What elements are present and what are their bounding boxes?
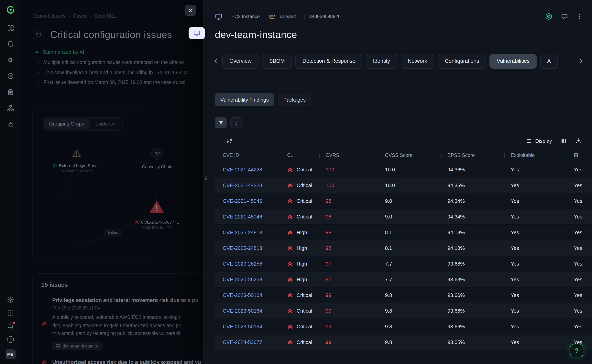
subtab-vulnerability-findings[interactable]: Vulnerability Findings [215,93,274,106]
filter-button[interactable] [215,117,227,128]
cve-link[interactable]: CVE-2020-26258 [215,261,281,267]
exploitable-value: Yes [505,339,568,345]
dashboard-icon[interactable] [7,24,14,31]
severity-icon [287,277,293,282]
cvss-value: 9.8 [379,308,441,314]
tab-a[interactable]: A [540,53,558,68]
clipboard-icon[interactable] [7,89,14,96]
eye-icon[interactable] [7,57,14,64]
exploitable-value: Yes [505,292,568,298]
column-header[interactable]: EPSS Score [441,153,505,158]
tab-network[interactable]: Network [401,53,434,68]
fixable-value: Yes [568,292,592,298]
tab-vulnerabilities[interactable]: Vulnerabilities [490,53,537,68]
ai-assistant-tab[interactable] [188,27,205,39]
more-options-button[interactable] [230,117,242,128]
cve-link[interactable]: CVE-2020-26258 [215,277,281,282]
cvrs-value: 97 [319,277,379,282]
aws-logo: aws [269,14,275,20]
table-row[interactable]: CVE-2021-44228Critical10010.094.36%YesYe… [215,162,592,177]
cve-link[interactable]: CVE-2023-50164 [215,324,281,330]
cvrs-value: 98 [319,229,379,235]
cve-link[interactable]: CVE-2021-45046 [215,214,281,220]
notification-badge [12,322,15,324]
table-row[interactable]: CVE-2020-26258High977.793.68%YesYes [215,256,592,271]
cve-link[interactable]: CVE-2025-24813 [215,245,281,251]
cve-link[interactable]: CVE-2025-24813 [215,229,281,235]
vulnerability-table: CVE IDC...CVRSCVSS ScoreEPSS ScoreExploi… [215,149,592,350]
column-header[interactable]: CVE ID [215,153,281,158]
tab-sbom[interactable]: SBOM [262,53,292,68]
drawer-close-button[interactable] [185,5,196,16]
radar-scan-icon[interactable] [545,13,553,20]
fixable-value: Yes [568,167,592,173]
region-label: us-west-1 [280,14,300,19]
table-row[interactable]: CVE-2021-45046Critical989.094.34%YesYes [215,209,592,224]
settings-gear-icon[interactable] [7,296,14,303]
column-divider [505,153,505,158]
drawer-tab-strip: OverviewSBOMDetection & ResponseIdentity… [222,53,574,68]
columns-icon[interactable] [561,138,567,144]
severity-icon [287,214,293,220]
cve-link[interactable]: CVE-2021-45046 [215,198,281,204]
severity-cell: High [281,277,319,282]
tabs-scroll-left-button[interactable] [213,58,219,64]
column-divider [379,153,379,158]
comment-icon[interactable] [561,13,568,20]
cvrs-value: 97 [319,261,379,267]
cve-link[interactable]: CVE-2021-44228 [215,182,281,188]
table-row[interactable]: CVE-2025-24813High988.194.18%YesYes [215,240,592,256]
severity-icon [287,292,293,298]
app-logo-icon[interactable] [6,6,15,14]
tab-identity[interactable]: Identity [366,53,397,68]
refresh-icon[interactable] [226,137,233,144]
tab-configurations[interactable]: Configurations [438,53,486,68]
vuln-table-body: CVE-2021-44228Critical10010.094.36%YesYe… [215,162,592,350]
user-avatar[interactable]: MB [5,349,15,359]
column-header[interactable]: Fi [568,153,592,158]
column-header[interactable]: CVRS [319,153,379,158]
help-button[interactable]: ? [570,344,583,357]
column-divider [281,153,281,158]
shield-icon[interactable] [7,40,14,47]
table-row[interactable]: CVE-2023-50164Critical999.893.66%YesYes [215,318,592,334]
column-header[interactable]: C... [281,153,319,158]
severity-cell: Critical [281,324,319,330]
column-header[interactable]: Exploitable [505,153,568,158]
table-row[interactable]: CVE-2025-24813High988.194.18%YesYes [215,224,592,240]
display-label: Display [535,138,552,144]
subtab-packages[interactable]: Packages [278,93,311,106]
table-row[interactable]: CVE-2021-44228Critical10010.094.36%YesYe… [215,177,592,193]
display-button[interactable]: Display [526,138,552,144]
kebab-menu-icon[interactable] [576,13,583,20]
tabs-scroll-right-button[interactable] [578,58,584,64]
cvrs-value: 98 [319,245,379,251]
table-row[interactable]: CVE-2023-50164Critical999.893.66%YesYes [215,287,592,303]
cve-link[interactable]: CVE-2024-53677 [215,339,281,345]
cve-link[interactable]: CVE-2023-50164 [215,308,281,314]
header-divider [227,13,227,20]
drawer-drag-handle[interactable]: ⣿ [204,176,208,181]
table-row[interactable]: CVE-2020-26258High977.793.68%YesYes [215,271,592,287]
severity-cell: Critical [281,214,319,220]
apps-grid-icon[interactable] [7,310,14,317]
download-icon[interactable] [576,138,582,144]
epss-value: 94.34% [441,214,505,220]
subtab-group: Vulnerability FindingsPackages [215,93,311,106]
table-row[interactable]: CVE-2024-53677Critical999.893.05%YesYes [215,334,592,350]
tab-overview[interactable]: Overview [222,53,259,68]
threat-bug-icon[interactable] [7,121,14,128]
cvss-value: 8.1 [379,229,441,235]
fixable-value: Yes [568,308,592,314]
column-header[interactable]: CVSS Score [379,153,441,158]
cve-link[interactable]: CVE-2021-44228 [215,167,281,173]
table-row[interactable]: CVE-2023-50164Critical999.893.66%YesYes [215,303,592,318]
epss-value: 93.66% [441,324,505,330]
notifications-bell-icon[interactable] [7,323,14,330]
org-chart-icon[interactable] [7,105,14,112]
tab-detection-response[interactable]: Detection & Response [296,53,362,68]
target-icon[interactable] [7,72,14,80]
sidebar-help-icon[interactable]: ? [7,336,14,343]
cve-link[interactable]: CVE-2023-50164 [215,292,281,298]
table-row[interactable]: CVE-2021-45046Critical989.094.34%YesYes [215,193,592,209]
